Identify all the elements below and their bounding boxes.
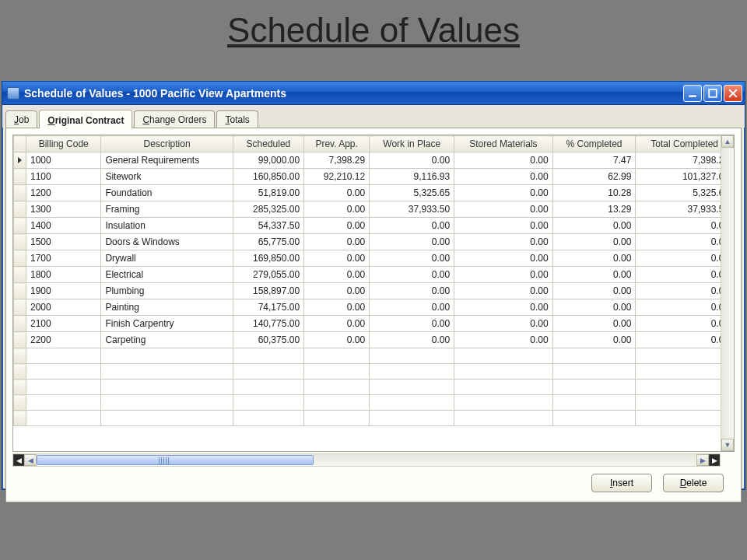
col-description[interactable]: Description — [101, 136, 233, 152]
table-row[interactable]: 1500Doors & Windows65,775.000.000.000.00… — [14, 234, 734, 250]
scroll-up-icon[interactable]: ▲ — [721, 135, 734, 148]
data-grid[interactable]: Billing Code Description Scheduled Prev.… — [12, 135, 735, 452]
table-row-empty[interactable] — [14, 348, 734, 364]
cell-scheduled[interactable]: 140,775.00 — [233, 316, 303, 332]
row-selector[interactable] — [14, 395, 26, 411]
cell-pct-completed[interactable]: 0.00 — [552, 283, 636, 299]
cell-description[interactable]: Sitework — [101, 169, 233, 185]
row-selector[interactable] — [14, 234, 26, 250]
cell-stored-materials[interactable]: 0.00 — [454, 299, 552, 316]
cell-total-completed[interactable]: 7,398.29 — [636, 152, 734, 169]
cell-total-completed[interactable]: 0.00 — [636, 332, 734, 348]
cell-scheduled[interactable]: 54,337.50 — [233, 218, 303, 234]
scroll-right-icon[interactable]: ▶ — [696, 454, 709, 466]
hscroll-thumb[interactable] — [37, 455, 314, 465]
table-row[interactable]: 1200Foundation51,819.000.005,325.650.001… — [14, 185, 734, 201]
cell-prev-app[interactable]: 0.00 — [304, 299, 370, 316]
cell-scheduled[interactable]: 74,175.00 — [233, 299, 303, 316]
cell-pct-completed[interactable]: 0.00 — [552, 218, 636, 234]
minimize-button[interactable] — [683, 85, 702, 102]
insert-button[interactable]: Insert — [591, 474, 652, 492]
cell-work-in-place[interactable]: 0.00 — [370, 152, 454, 169]
col-stored-materials[interactable]: Stored Materials — [454, 136, 552, 152]
cell-scheduled[interactable]: 65,775.00 — [233, 234, 303, 250]
cell-total-completed[interactable]: 0.00 — [636, 234, 734, 250]
cell-stored-materials[interactable]: 0.00 — [454, 201, 552, 218]
scroll-last-icon[interactable]: ▶ — [709, 454, 720, 466]
table-row[interactable]: 2200Carpeting60,375.000.000.000.000.000.… — [14, 332, 734, 348]
cell-work-in-place[interactable]: 0.00 — [370, 234, 454, 250]
cell-stored-materials[interactable]: 0.00 — [454, 267, 552, 283]
cell-description[interactable]: General Requirements — [101, 152, 233, 169]
cell-pct-completed[interactable]: 62.99 — [552, 169, 636, 185]
table-row[interactable]: 1800Electrical279,055.000.000.000.000.00… — [14, 267, 734, 283]
cell-billing-code[interactable]: 1200 — [26, 185, 101, 201]
col-billing-code[interactable]: Billing Code — [26, 136, 101, 152]
hscroll-track[interactable] — [37, 454, 696, 466]
cell-work-in-place[interactable]: 9,116.93 — [370, 169, 454, 185]
cell-total-completed[interactable]: 0.00 — [636, 283, 734, 299]
cell-total-completed[interactable]: 0.00 — [636, 267, 734, 283]
row-selector[interactable] — [14, 316, 26, 332]
cell-total-completed[interactable]: 5,325.65 — [636, 185, 734, 201]
cell-description[interactable]: Framing — [101, 201, 233, 218]
cell-work-in-place[interactable]: 0.00 — [370, 332, 454, 348]
cell-work-in-place[interactable]: 0.00 — [370, 218, 454, 234]
col-pct-completed[interactable]: % Completed — [552, 136, 636, 152]
row-selector[interactable] — [14, 169, 26, 185]
cell-description[interactable]: Carpeting — [101, 332, 233, 348]
row-selector[interactable] — [14, 283, 26, 299]
cell-pct-completed[interactable]: 0.00 — [552, 234, 636, 250]
cell-prev-app[interactable]: 92,210.12 — [304, 169, 370, 185]
cell-billing-code[interactable]: 1500 — [26, 234, 101, 250]
cell-work-in-place[interactable]: 0.00 — [370, 267, 454, 283]
cell-pct-completed[interactable]: 7.47 — [552, 152, 636, 169]
col-prev-app[interactable]: Prev. App. — [304, 136, 370, 152]
cell-total-completed[interactable]: 0.00 — [636, 218, 734, 234]
tab-change-orders[interactable]: Change Orders — [134, 110, 215, 128]
cell-scheduled[interactable]: 169,850.00 — [233, 250, 303, 267]
col-scheduled[interactable]: Scheduled — [233, 136, 303, 152]
cell-stored-materials[interactable]: 0.00 — [454, 283, 552, 299]
cell-description[interactable]: Plumbing — [101, 283, 233, 299]
cell-scheduled[interactable]: 279,055.00 — [233, 267, 303, 283]
cell-stored-materials[interactable]: 0.00 — [454, 332, 552, 348]
cell-pct-completed[interactable]: 0.00 — [552, 250, 636, 267]
scroll-first-icon[interactable]: ◀ — [13, 454, 24, 466]
cell-stored-materials[interactable]: 0.00 — [454, 185, 552, 201]
tab-original-contract[interactable]: Original Contract — [39, 110, 132, 128]
cell-total-completed[interactable]: 0.00 — [636, 316, 734, 332]
row-selector[interactable] — [14, 364, 26, 380]
table-row[interactable]: 1300Framing285,325.000.0037,933.500.0013… — [14, 201, 734, 218]
table-row[interactable]: 1900Plumbing158,897.000.000.000.000.000.… — [14, 283, 734, 299]
titlebar[interactable]: Schedule of Values - 1000 Pacific View A… — [2, 82, 745, 105]
cell-pct-completed[interactable]: 13.29 — [552, 201, 636, 218]
row-selector[interactable] — [14, 380, 26, 395]
cell-pct-completed[interactable]: 0.00 — [552, 267, 636, 283]
cell-pct-completed[interactable]: 0.00 — [552, 316, 636, 332]
cell-stored-materials[interactable]: 0.00 — [454, 218, 552, 234]
cell-work-in-place[interactable]: 0.00 — [370, 283, 454, 299]
cell-billing-code[interactable]: 1700 — [26, 250, 101, 267]
table-row[interactable]: 1000General Requirements99,000.007,398.2… — [14, 152, 734, 169]
cell-description[interactable]: Drywall — [101, 250, 233, 267]
close-button[interactable] — [724, 85, 742, 102]
table-row-empty[interactable] — [14, 395, 734, 411]
table-row-empty[interactable] — [14, 411, 734, 426]
cell-billing-code[interactable]: 2100 — [26, 316, 101, 332]
row-selector[interactable] — [14, 348, 26, 364]
cell-description[interactable]: Finish Carpentry — [101, 316, 233, 332]
table-row[interactable]: 2100Finish Carpentry140,775.000.000.000.… — [14, 316, 734, 332]
cell-billing-code[interactable]: 1400 — [26, 218, 101, 234]
cell-scheduled[interactable]: 60,375.00 — [233, 332, 303, 348]
cell-description[interactable]: Doors & Windows — [101, 234, 233, 250]
cell-total-completed[interactable]: 0.00 — [636, 250, 734, 267]
cell-prev-app[interactable]: 0.00 — [304, 218, 370, 234]
cell-description[interactable]: Insulation — [101, 218, 233, 234]
row-selector[interactable] — [14, 332, 26, 348]
scroll-down-icon[interactable]: ▼ — [721, 439, 734, 451]
cell-billing-code[interactable]: 2200 — [26, 332, 101, 348]
cell-scheduled[interactable]: 158,897.00 — [233, 283, 303, 299]
cell-work-in-place[interactable]: 37,933.50 — [370, 201, 454, 218]
vscroll-track[interactable] — [721, 148, 734, 439]
